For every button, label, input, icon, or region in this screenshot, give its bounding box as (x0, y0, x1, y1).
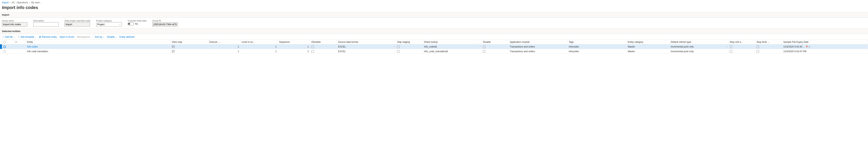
cell-disable[interactable] (482, 49, 508, 54)
cell-obsolete[interactable] (310, 45, 337, 49)
cell-stop-unit[interactable] (728, 45, 755, 49)
col-source-format[interactable]: Source data format (337, 40, 396, 45)
cell-default-refresh[interactable]: Incremental push only (670, 45, 728, 49)
cell-skip-staging[interactable] (396, 45, 423, 49)
entities-toolbar: ＋ Add file ⌵ ＋ Add template ⌵ 🗑 Remove e… (0, 34, 868, 40)
col-default-refresh[interactable]: Default refresh type (670, 40, 728, 45)
col-stop-level[interactable]: Stop level ... (755, 40, 782, 45)
cell-sheet-lookup[interactable]: Info_code_translation$ (423, 49, 482, 54)
breadcrumb-ax: AX : Operations (11, 1, 28, 4)
remove-entity-button[interactable]: 🗑 Remove entity (39, 36, 57, 38)
cell-sequence[interactable]: 2 (278, 49, 310, 54)
entities-grid: ⟳ Entity View map Executi... Level in ex… (0, 40, 868, 54)
cell-skip-staging[interactable] (396, 49, 423, 54)
cell-sample-expiry[interactable]: 1/24/2025 5:43:30 ...📅 ⊙ (782, 45, 868, 49)
row-refresh[interactable] (14, 49, 26, 54)
col-select[interactable] (2, 40, 14, 45)
breadcrumb-myview[interactable]: My view ⌵ (31, 1, 41, 4)
cell-stop-unit[interactable] (728, 49, 755, 54)
cell-execution-unit[interactable]: 1 (208, 45, 240, 49)
cell-tags[interactable]: Infocodes (567, 45, 627, 49)
chevron-down-icon: ⌵ (103, 36, 104, 38)
resequence-button[interactable]: Resequence ⌵ (77, 36, 92, 38)
entity-attribute-button[interactable]: Entity attribute (120, 36, 134, 38)
section-import-header[interactable]: Import (0, 12, 868, 18)
row-select[interactable] (2, 45, 14, 49)
col-sample-expiry[interactable]: Sample File Expiry Date (782, 40, 868, 45)
section-entities-header[interactable]: Selected entities (0, 29, 868, 34)
cell-sequence[interactable]: 1 (278, 45, 310, 49)
col-refresh[interactable]: ⟳ (14, 40, 26, 45)
cell-entity-category[interactable]: Master (626, 49, 669, 54)
grid-header-row: ⟳ Entity View map Executi... Level in ex… (0, 40, 868, 45)
input-operation-type[interactable] (65, 22, 90, 27)
label-group-name: Group name (2, 20, 27, 22)
add-file-button[interactable]: ＋ Add file ⌵ (2, 35, 15, 38)
cell-tags[interactable]: Infocodes (567, 49, 627, 54)
col-sequence[interactable]: Sequence (278, 40, 310, 45)
col-sheet-lookup[interactable]: Sheet lookup (423, 40, 482, 45)
refresh-icon: ⟳ (15, 41, 17, 43)
col-view-map[interactable]: View map (170, 40, 208, 45)
cell-view-map[interactable] (170, 45, 208, 49)
input-description[interactable] (33, 22, 59, 27)
radio-icon (3, 50, 6, 53)
label-operation-type: Data project operation type (65, 20, 90, 22)
col-obsolete[interactable]: Obsolete (310, 40, 337, 45)
input-group-id[interactable] (152, 22, 178, 27)
chevron-down-icon: ⌵ (35, 36, 36, 38)
add-file-label: Add file (5, 36, 13, 38)
col-execution-unit[interactable]: Executi... (208, 40, 240, 45)
select-project-category[interactable] (96, 22, 122, 27)
col-level-in-exec[interactable]: Level in ex... (240, 40, 278, 45)
col-skip-staging[interactable]: Skip staging (396, 40, 423, 45)
toggle-truncate[interactable] (127, 22, 134, 25)
col-disable[interactable]: Disable (482, 40, 508, 45)
col-app-module[interactable]: Application module (508, 40, 567, 45)
col-entity[interactable]: Entity (26, 40, 170, 45)
cell-level-in-exec[interactable]: 1 (240, 45, 278, 49)
cell-source-format[interactable]: EXCEL (337, 49, 396, 54)
col-stop-unit[interactable]: Stop unit e... (728, 40, 755, 45)
cell-entity[interactable]: Info codes (26, 45, 170, 49)
radio-icon (3, 41, 6, 43)
cell-app-module[interactable]: Transactions and orders (508, 45, 567, 49)
label-truncate: Truncate entity data (127, 20, 147, 22)
chevron-down-icon: ⌵ (13, 36, 15, 38)
cell-stop-level[interactable] (755, 45, 782, 49)
cell-entity-category[interactable]: Master (626, 45, 669, 49)
table-row[interactable]: Info code translation112EXCELInfo_code_t… (0, 49, 868, 54)
date-picker-icon[interactable]: 📅 ⊙ (806, 46, 810, 48)
field-group-id: Group ID (152, 20, 178, 27)
cell-source-format[interactable]: EXCEL (337, 45, 396, 49)
cell-sheet-lookup[interactable]: Info_codes$ (423, 45, 482, 49)
trash-icon: 🗑 (39, 36, 41, 38)
col-tags[interactable]: Tags (567, 40, 627, 45)
row-select[interactable] (2, 49, 14, 54)
cell-disable[interactable] (482, 45, 508, 49)
checkbox-icon (397, 50, 400, 53)
cell-app-module[interactable]: Transactions and orders (508, 49, 567, 54)
remove-entity-label: Remove entity (42, 36, 57, 38)
disable-button[interactable]: Disable ⌵ (107, 36, 117, 38)
col-entity-category[interactable]: Entity category (626, 40, 669, 45)
add-template-button[interactable]: ＋ Add template ⌵ (18, 35, 36, 38)
field-group-name: Group name (2, 20, 27, 27)
field-project-category: Project category (96, 20, 122, 27)
cell-sample-expiry[interactable]: 1/24/2025 5:43:47 PM (782, 49, 868, 54)
cell-default-refresh[interactable]: Incremental push only (670, 49, 728, 54)
input-group-name[interactable] (2, 22, 27, 27)
table-row[interactable]: Info codes111EXCELInfo_codes$Transaction… (0, 45, 868, 49)
cell-obsolete[interactable] (310, 49, 337, 54)
breadcrumb-import-link[interactable]: Import (2, 1, 9, 4)
sort-by-button[interactable]: Sort by ⌵ (95, 36, 104, 38)
cell-view-map[interactable] (170, 49, 208, 54)
checkbox-icon (730, 50, 732, 53)
cell-entity[interactable]: Info code translation (26, 49, 170, 54)
cell-execution-unit[interactable]: 1 (208, 49, 240, 54)
svg-rect-0 (172, 46, 174, 48)
open-excel-button[interactable]: Open in Excel (59, 36, 74, 38)
row-refresh[interactable] (14, 45, 26, 49)
cell-level-in-exec[interactable]: 1 (240, 49, 278, 54)
cell-stop-level[interactable] (755, 49, 782, 54)
